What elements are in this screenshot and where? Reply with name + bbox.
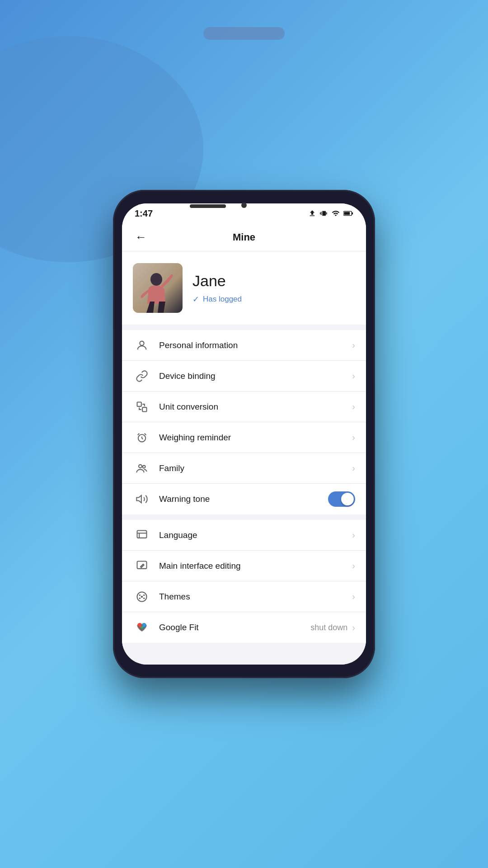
wifi-icon [332,209,340,217]
unit-icon [133,398,151,416]
page-title: Mine [233,231,255,243]
link-icon [133,367,151,385]
toggle-knob [341,493,354,505]
status-bar: 1:47 [122,203,366,223]
user-name: Jane [192,272,242,290]
svg-point-6 [140,341,144,345]
menu-item-themes[interactable]: Themes › [122,581,366,612]
menu-label-family: Family [159,463,352,473]
sound-icon [133,490,151,508]
avatar-image [133,263,183,313]
volume-down [113,348,114,373]
upload-icon [308,209,316,217]
menu-item-device-binding[interactable]: Device binding › [122,361,366,392]
svg-rect-8 [142,407,146,411]
status-icons [308,209,353,217]
svg-rect-2 [352,212,353,215]
svg-rect-1 [344,212,350,215]
menu-section-1: Personal information › Device binding › [122,330,366,514]
back-arrow-icon: ← [135,230,147,244]
header: ← Mine [122,223,366,251]
menu-label-themes: Themes [159,592,352,602]
logged-status: ✓ Has logged [192,294,242,304]
menu-item-main-interface-editing[interactable]: Main interface editing › [122,551,366,581]
google-fit-icon [133,618,151,637]
chevron-icon: › [352,530,355,540]
bottom-padding [122,643,366,656]
avatar[interactable] [133,263,183,313]
chevron-icon: › [352,371,355,381]
svg-point-23 [143,597,145,599]
svg-point-24 [141,595,143,598]
google-fit-sub: shut down [310,623,347,632]
chevron-icon: › [352,591,355,602]
menu-item-google-fit[interactable]: Google Fit shut down › [122,612,366,643]
screen: 1:47 [122,203,366,665]
logged-status-text: Has logged [203,295,242,304]
svg-point-22 [139,597,141,599]
menu-label-google-fit: Google Fit [159,623,310,632]
chevron-icon: › [352,463,355,473]
svg-line-10 [138,433,140,435]
profile-info: Jane ✓ Has logged [192,272,242,304]
svg-marker-14 [136,495,141,503]
vibrate-icon [320,209,328,217]
svg-point-12 [139,464,142,467]
language-icon [133,526,151,544]
menu-item-personal-information[interactable]: Personal information › [122,330,366,361]
menu-item-language[interactable]: Language › [122,520,366,551]
check-icon: ✓ [192,294,199,304]
back-button[interactable]: ← [131,227,151,247]
section-gap-2 [122,514,366,520]
chevron-icon: › [352,561,355,571]
menu-label-device-binding: Device binding [159,371,352,381]
menu-label-personal-information: Personal information [159,340,352,350]
svg-rect-15 [137,530,147,538]
family-icon [133,459,151,477]
menu-item-weighing-reminder[interactable]: Weighing reminder › [122,422,366,453]
menu-label-warning-tone: Warning tone [159,494,328,504]
scroll-content[interactable]: Jane ✓ Has logged [122,251,366,665]
chevron-icon: › [352,401,355,412]
svg-point-21 [143,594,145,596]
section-gap-1 [122,325,366,330]
menu-label-weighing-reminder: Weighing reminder [159,433,352,443]
chevron-icon: › [352,623,355,633]
menu-item-family[interactable]: Family › [122,453,366,484]
status-time: 1:47 [135,208,153,219]
battery-icon [343,210,353,217]
chevron-icon: › [352,432,355,443]
menu-section-2: Language › Main interface editing › [122,520,366,643]
volume-up [113,316,114,341]
profile-card: Jane ✓ Has logged [122,251,366,325]
edit-icon [133,557,151,575]
svg-point-5 [150,273,162,286]
menu-label-main-interface-editing: Main interface editing [159,561,352,571]
menu-item-unit-conversion[interactable]: Unit conversion › [122,392,366,422]
notification-pill [203,27,285,40]
alarm-icon [133,429,151,447]
svg-point-13 [143,465,145,468]
person-icon [133,336,151,354]
warning-tone-toggle[interactable] [328,491,355,507]
chevron-icon: › [352,340,355,350]
volume-buttons [113,316,114,373]
menu-label-language: Language [159,530,352,540]
svg-point-20 [139,594,141,596]
phone-frame: 1:47 [113,190,375,678]
power-button [374,344,375,380]
menu-item-warning-tone[interactable]: Warning tone [122,484,366,514]
svg-rect-7 [137,402,141,406]
palette-icon [133,588,151,606]
menu-label-unit-conversion: Unit conversion [159,402,352,412]
svg-line-11 [145,433,146,435]
